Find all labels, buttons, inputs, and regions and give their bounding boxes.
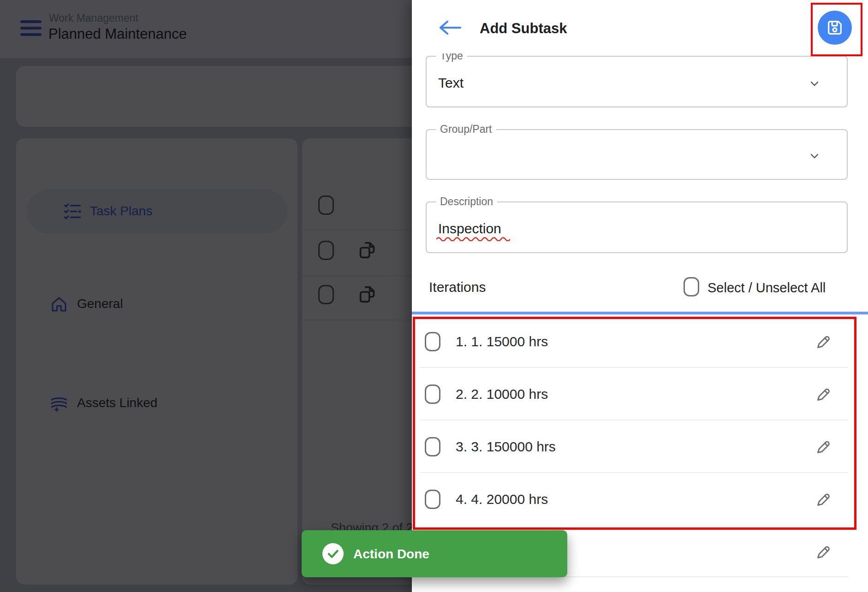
app-root: Work Management Planned Maintenance Main… — [0, 0, 868, 592]
drawer-title: Add Subtask — [480, 20, 567, 37]
chevron-down-icon — [808, 77, 821, 90]
description-field-label: Description — [436, 195, 497, 208]
drawer-scroll-area: Type Text Group/Part Description Inspect… — [412, 53, 868, 592]
drawer-backdrop-scrim[interactable] — [0, 0, 412, 592]
iteration-checkbox[interactable] — [425, 437, 440, 456]
iteration-row: 3. 3. 150000 hrs — [412, 420, 868, 473]
iteration-checkbox[interactable] — [425, 490, 440, 509]
save-button[interactable] — [818, 11, 852, 45]
iteration-label: 3. 3. 150000 hrs — [456, 439, 556, 455]
edit-pencil-icon[interactable] — [814, 385, 833, 403]
chevron-down-icon — [808, 149, 821, 162]
drawer-back-arrow-icon[interactable] — [437, 18, 462, 37]
group-part-select-field[interactable]: Group/Part — [426, 129, 848, 180]
toast-message: Action Done — [353, 547, 429, 562]
select-all-label: Select / Unselect All — [707, 280, 826, 296]
iteration-label: 2. 2. 10000 hrs — [456, 386, 548, 402]
toast-notification: Action Done — [302, 530, 567, 577]
description-input-field[interactable]: Description Inspection — [426, 201, 848, 253]
edit-pencil-icon[interactable] — [814, 490, 833, 509]
iteration-row: 1. 1. 15000 hrs — [412, 315, 868, 368]
description-field-value: Inspection — [438, 221, 501, 237]
section-indicator-line — [412, 312, 868, 314]
iteration-checkbox[interactable] — [425, 332, 440, 351]
type-select-field[interactable]: Type Text — [426, 56, 848, 107]
spellcheck-squiggle — [436, 236, 510, 241]
edit-pencil-icon[interactable] — [814, 332, 833, 351]
check-circle-icon — [322, 543, 344, 564]
iterations-heading: Iterations — [429, 279, 486, 295]
type-field-value: Text — [438, 75, 464, 91]
add-subtask-drawer: Add Subtask Type Text Group/Part — [412, 0, 868, 592]
group-part-field-label: Group/Part — [436, 123, 496, 136]
select-unselect-all[interactable]: Select / Unselect All — [684, 277, 850, 297]
iteration-row: 4. 4. 20000 hrs — [412, 473, 868, 526]
edit-pencil-icon[interactable] — [814, 438, 833, 456]
select-all-checkbox[interactable] — [684, 277, 699, 296]
iteration-label: 4. 4. 20000 hrs — [456, 491, 548, 507]
edit-pencil-icon[interactable] — [814, 543, 833, 561]
type-field-label: Type — [436, 53, 467, 62]
iteration-label: 1. 1. 15000 hrs — [456, 334, 548, 349]
iteration-checkbox[interactable] — [425, 385, 440, 404]
save-floppy-icon — [826, 18, 844, 37]
iteration-row: 2. 2. 10000 hrs — [412, 368, 868, 420]
